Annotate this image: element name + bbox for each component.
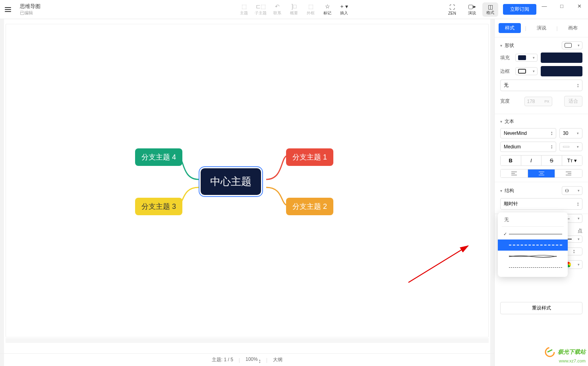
tool-marker[interactable]: ☆标记 <box>319 1 335 18</box>
border-style-select[interactable]: ▾ <box>515 67 538 75</box>
align-right[interactable] <box>555 169 582 177</box>
node-center[interactable]: 中心主题 <box>201 168 261 195</box>
section-connector: ⟜ ▾ 点 ▾ ▴▾ ▾ 无 ✓ <box>495 214 588 297</box>
svg-point-10 <box>545 348 554 356</box>
rounded-rect-icon <box>565 43 572 48</box>
section-shape: ▾形状 ▾ 填充 ▾ 边框 ▾ 无 ▴▾ 宽度 <box>495 37 588 114</box>
fill-preview[interactable] <box>541 53 582 63</box>
stepper-icon: ▴▾ <box>577 202 579 206</box>
reset-style-button[interactable]: 重设样式 <box>500 302 582 314</box>
node-branch3[interactable]: 分支主题 3 <box>135 198 182 215</box>
tab-canvas[interactable]: 画布 <box>562 23 584 33</box>
stepper-icon: ▴▾ <box>551 144 553 149</box>
width-input[interactable]: 178 PX <box>524 97 552 106</box>
chevron-down-icon: ▾ <box>533 69 535 73</box>
tool-present[interactable]: ▢▸演说 <box>463 1 481 18</box>
line-style-dropdown: 无 ✓ <box>498 212 568 277</box>
case-button[interactable]: Tт ▾ <box>562 156 582 165</box>
chevron-down-icon: ▾ <box>578 216 580 220</box>
node-branch2[interactable]: 分支主题 2 <box>286 198 333 215</box>
border-swatch <box>518 69 526 74</box>
chevron-down-icon: ▾ <box>578 237 580 241</box>
tool-zen[interactable]: ⛶ZEN <box>443 1 461 18</box>
border-thickness-select[interactable]: 无 ▴▾ <box>500 80 582 91</box>
horizontal-scrollbar[interactable] <box>6 338 489 343</box>
format-icon: ◫ <box>488 4 493 10</box>
strike-button[interactable]: S <box>542 156 562 165</box>
font-family-select[interactable]: NeverMind ▴▾ <box>500 128 556 138</box>
toolbar-right: ⛶ZEN ▢▸演说 <box>443 1 481 18</box>
section-text: ▾文本 NeverMind ▴▾ 30 ▾ Medium ▴▾ ▾ B I <box>495 114 588 182</box>
border-color-preview[interactable] <box>541 66 582 76</box>
tool-insert[interactable]: + ▾插入 <box>336 1 352 18</box>
fit-button[interactable]: 适合 <box>564 96 582 107</box>
fill-color-select[interactable]: ▾ <box>515 54 538 62</box>
italic-button[interactable]: I <box>521 156 542 165</box>
line-stepper[interactable]: ▴▾ <box>566 247 582 255</box>
tool-relation[interactable]: ↶联系 <box>269 1 285 18</box>
node-branch4[interactable]: 分支主题 4 <box>135 148 182 166</box>
mindmap-canvas[interactable]: 中心主题 分支主题 4 分支主题 1 分支主题 3 分支主题 2 <box>6 24 489 337</box>
section-structure: ▾结构 ⟬⟭ ▾ 顺时针 ▴▾ <box>495 182 588 214</box>
color-swatch <box>563 146 569 148</box>
endpoint-label: 点 <box>578 228 582 234</box>
direction-select[interactable]: 顺时针 ▴▾ <box>500 198 582 210</box>
line-option-solid[interactable]: ✓ <box>498 228 568 239</box>
dropdown-none-label[interactable]: 无 <box>498 216 568 226</box>
shape-select[interactable]: ▾ <box>562 41 582 49</box>
chevron-down-icon: ▾ <box>500 119 502 124</box>
bold-button[interactable]: B <box>501 156 521 165</box>
dashed-line-icon <box>509 267 562 268</box>
solid-line-icon <box>509 234 562 234</box>
status-zoom[interactable]: 100% ▴▾ <box>246 356 261 364</box>
gutter-left <box>0 19 4 366</box>
panel-tabs: 样式 | 演说 | 画布 <box>495 19 588 37</box>
line-option-sketch[interactable] <box>498 251 568 262</box>
gutter-right <box>490 19 494 366</box>
status-outline[interactable]: 大纲 <box>273 356 282 363</box>
chevron-down-icon: ▾ <box>500 43 502 48</box>
font-size-select[interactable]: 30 ▾ <box>559 128 582 138</box>
font-weight-select[interactable]: Medium ▴▾ <box>500 142 556 152</box>
align-left[interactable] <box>501 169 528 177</box>
subscribe-button[interactable]: 立即订阅 <box>503 4 536 15</box>
tool-topic[interactable]: ⬚主题 <box>236 1 252 18</box>
align-center[interactable] <box>528 169 555 177</box>
tool-subtopic[interactable]: ⊏⬚子主题 <box>253 1 269 18</box>
hamburger-icon <box>5 7 11 12</box>
subtopic-icon: ⊏⬚ <box>256 3 266 10</box>
status-topics: 主题: 1 / 5 <box>212 356 233 363</box>
tool-summary[interactable]: ]□概要 <box>286 1 302 18</box>
text-format-group: B I S Tт ▾ <box>500 155 582 166</box>
format-panel-toggle[interactable]: ◫ 格式 <box>482 2 498 17</box>
font-color-select[interactable]: ▾ <box>559 142 582 151</box>
structure-icon: ⟬⟭ <box>565 188 569 193</box>
status-bar: 主题: 1 / 5 | 100% ▴▾ | 大纲 <box>0 353 494 366</box>
boundary-icon: ⬚ <box>308 3 313 10</box>
title-sub: 已编辑 <box>20 10 41 16</box>
dashed-line-icon <box>509 245 562 245</box>
chevron-down-icon: ▾ <box>577 145 579 149</box>
format-panel: 样式 | 演说 | 画布 ▾形状 ▾ 填充 ▾ 边框 ▾ <box>494 19 588 366</box>
tab-style[interactable]: 样式 <box>499 23 521 33</box>
structure-type-select[interactable]: ⟬⟭ ▾ <box>562 186 582 195</box>
node-branch1[interactable]: 分支主题 1 <box>286 148 333 166</box>
tool-boundary[interactable]: ⬚外框 <box>303 1 319 18</box>
summary-icon: ]□ <box>292 3 296 10</box>
chevron-down-icon: ▾ <box>533 56 535 60</box>
line-option-dashed[interactable] <box>498 239 568 251</box>
chevron-down-icon: ▾ <box>578 43 580 47</box>
fill-swatch <box>518 55 526 60</box>
watermark-logo-icon <box>544 347 556 357</box>
chevron-down-icon: ▾ <box>577 131 579 135</box>
menu-button[interactable] <box>0 7 16 12</box>
window-minimize[interactable]: — <box>536 0 553 12</box>
window-close[interactable]: ✕ <box>571 0 588 12</box>
window-maximize[interactable]: □ <box>553 0 571 12</box>
chevron-down-icon: ▾ <box>578 189 580 193</box>
stepper-icon: ▴▾ <box>259 359 261 364</box>
check-icon: ✓ <box>503 232 509 237</box>
chevron-down-icon: ▾ <box>578 263 580 267</box>
line-option-dashed2[interactable] <box>498 262 568 273</box>
tab-present[interactable]: 演说 <box>530 23 553 33</box>
